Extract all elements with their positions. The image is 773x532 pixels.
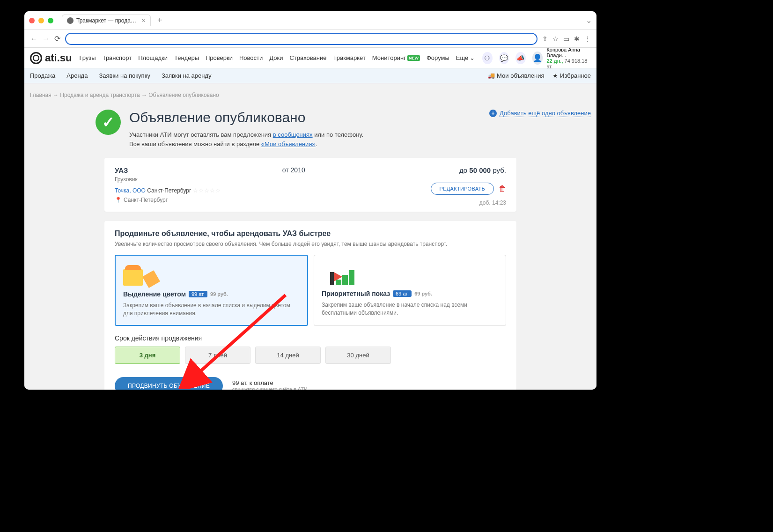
duration-label: Срок действия продвижения (115, 334, 506, 342)
pin-icon: 📍 (115, 197, 122, 203)
notify-icon[interactable]: 📣 (515, 52, 525, 64)
edit-button[interactable]: РЕДАКТИРОВАТЬ (431, 183, 494, 195)
favicon-icon (67, 17, 74, 24)
price-tag: 69 ат. (393, 290, 412, 297)
promo-options: Выделение цветом 99 ат. 99 руб. Закрепим… (115, 255, 506, 326)
flag-steps-icon (322, 263, 498, 285)
close-window-icon[interactable] (29, 18, 35, 23)
browser-window: Тракмаркет — продажа, арен × + ⌄ ← → ⟳ ⇪… (24, 11, 596, 390)
url-input[interactable] (65, 33, 537, 45)
favorites-link[interactable]: ★ Избранное (552, 72, 591, 79)
nav-proverki[interactable]: Проверки (206, 54, 233, 61)
nav-gruzy[interactable]: Грузы (79, 54, 96, 61)
hero-line2: Все ваши объявления можно найти в раздел… (129, 140, 363, 149)
nav-strakhovanie[interactable]: Страхование (289, 54, 326, 61)
location-row: 📍Санкт-Петербург (115, 197, 506, 203)
avatar: 👤 (532, 52, 543, 65)
subnav-rent-requests[interactable]: Заявки на аренду (162, 72, 212, 79)
new-tab-button[interactable]: + (155, 15, 165, 25)
chevron-down-icon[interactable]: ⌄ (586, 16, 592, 25)
new-badge: NEW (407, 55, 420, 61)
nav-transport[interactable]: Транспорт (103, 54, 132, 61)
hero-text: Объявление опубликовано Участники АТИ мо… (129, 110, 363, 148)
content-area: Главная → Продажа и аренда транспорта → … (24, 83, 596, 390)
nav-monitoring[interactable]: МониторингNEW (372, 54, 420, 61)
back-button[interactable]: ← (30, 35, 37, 43)
logo-text: ati.su (45, 52, 72, 64)
duration-selector: 3 дня 7 дней 14 дней 30 дней (115, 347, 506, 364)
crumb-home[interactable]: Главная (30, 92, 52, 98)
messages-link[interactable]: в сообщениях (273, 131, 313, 138)
bucket-brush-icon (123, 263, 300, 286)
vehicle-year: от 2010 (282, 166, 305, 174)
nav-tendery[interactable]: Тендеры (174, 54, 199, 61)
star-rating: ☆☆☆☆☆ (193, 187, 221, 194)
chevron-down-icon: ⌄ (470, 54, 475, 61)
search-icon[interactable]: ⚇ (482, 52, 492, 64)
duration-3d[interactable]: 3 дня (115, 347, 180, 364)
titlebar: Тракмаркет — продажа, арен × + ⌄ (24, 11, 596, 30)
nav-ploshchadki[interactable]: Площадки (138, 54, 168, 61)
listing-card: УАЗ от 2010 до 50 000 руб. Грузовик Точк… (104, 158, 516, 212)
maximize-window-icon[interactable] (48, 18, 53, 23)
minimize-window-icon[interactable] (38, 18, 44, 23)
promo-subtitle: Увеличьте количество просмотров своего о… (115, 241, 506, 247)
subnav-rent[interactable]: Аренда (66, 72, 88, 79)
breadcrumb: Главная → Продажа и аренда транспорта → … (30, 92, 591, 98)
my-listings-link[interactable]: 🚚 Мои объявления (487, 72, 544, 79)
gear-icon (30, 52, 42, 64)
menu-icon[interactable]: ⋮ (584, 35, 591, 43)
vehicle-category: Грузовик (115, 176, 506, 183)
subnav-sale[interactable]: Продажа (30, 72, 55, 79)
submit-row: ПРОДВИНУТЬ ОБЪЯВЛЕНИЕ 99 ат. к оплате сп… (115, 377, 506, 390)
tab-close-icon[interactable]: × (142, 17, 146, 24)
plus-icon: + (489, 110, 497, 117)
truck-icon: 🚚 (487, 72, 495, 79)
forward-button[interactable]: → (42, 35, 50, 43)
success-check-icon: ✓ (96, 110, 121, 135)
browser-toolbar: ← → ⟳ ⇪ ☆ ▭ ✱ ⋮ (24, 30, 596, 48)
nav-forumy[interactable]: Форумы (427, 54, 449, 61)
hero: ✓ Объявление опубликовано Участники АТИ … (96, 110, 591, 148)
add-listing-link[interactable]: + Добавить ещё одно объявление (489, 110, 591, 117)
promote-button[interactable]: ПРОДВИНУТЬ ОБЪЯВЛЕНИЕ (115, 377, 223, 390)
browser-tab[interactable]: Тракмаркет — продажа, арен × (62, 15, 151, 26)
hero-line1: Участники АТИ могут оставлять вам предло… (129, 130, 363, 140)
extension-icon[interactable]: ✱ (574, 35, 580, 43)
nav-novosti[interactable]: Новости (239, 54, 263, 61)
promo-option-priority[interactable]: Приоритетный показ 69 ат. 69 руб. Закреп… (314, 255, 506, 326)
crumb-section[interactable]: Продажа и аренда транспорта (60, 92, 140, 98)
promo-option-color[interactable]: Выделение цветом 99 ат. 99 руб. Закрепим… (115, 255, 308, 326)
promo-title: Продвиньте объявление, чтобы арендовать … (115, 229, 506, 238)
duration-14d[interactable]: 14 дней (255, 347, 321, 364)
vehicle-price: до 50 000 руб. (459, 166, 506, 174)
price-tag: 99 ат. (189, 291, 207, 297)
nav-doki[interactable]: Доки (269, 54, 283, 61)
star-icon: ★ (552, 72, 558, 79)
duration-7d[interactable]: 7 дней (185, 347, 250, 364)
bookmark-icon[interactable]: ☆ (552, 35, 559, 43)
user-name: Конрова Анна Влади... (546, 47, 591, 58)
share-icon[interactable]: ⇪ (542, 35, 548, 43)
sub-nav: Продажа Аренда Заявки на покупку Заявки … (24, 68, 596, 83)
reload-button[interactable]: ⟳ (54, 34, 60, 43)
payment-info: 99 ат. к оплате спишутся с вашего счёта … (232, 379, 308, 390)
user-menu[interactable]: 👤 Конрова Анна Влади... 22 дн., 74 918.1… (532, 47, 591, 69)
delete-button[interactable]: 🗑 (499, 185, 506, 193)
chat-icon[interactable]: 💬 (499, 52, 509, 64)
org-link[interactable]: Точка, ООО (115, 187, 146, 194)
my-listings-link-inline[interactable]: «Мои объявления» (261, 140, 316, 148)
nav-trakmarket[interactable]: Тракмаркет (333, 54, 366, 61)
main-nav: Грузы Транспорт Площадки Тендеры Проверк… (79, 54, 475, 61)
listing-timestamp: доб. 14:23 (479, 200, 506, 206)
user-days: 22 дн., (546, 58, 563, 64)
page-title: Объявление опубликовано (129, 110, 363, 126)
crumb-current: Объявление опубликовано (148, 92, 219, 98)
panel-icon[interactable]: ▭ (563, 35, 569, 43)
duration-30d[interactable]: 30 дней (325, 347, 391, 364)
nav-more[interactable]: Еще ⌄ (456, 54, 475, 61)
vehicle-name: УАЗ (115, 166, 128, 174)
subnav-buy-requests[interactable]: Заявки на покупку (99, 72, 150, 79)
header-right: ⚇ 💬 📣 👤 Конрова Анна Влади... 22 дн., 74… (482, 47, 591, 69)
site-logo[interactable]: ati.su (30, 52, 72, 64)
